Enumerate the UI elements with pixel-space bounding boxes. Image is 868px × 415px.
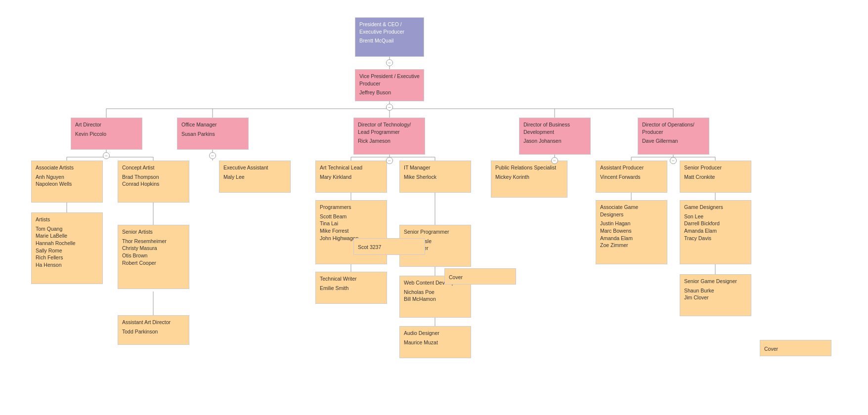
assoc-artists-title: Associate Artists <box>36 164 98 171</box>
node-senior-artists: Senior Artists Thor ResemheimerChristy M… <box>118 225 189 289</box>
node-ceo: President & CEO / Executive Producer Bre… <box>355 17 424 57</box>
senior-game-designer-name: Shaun BurkeJim Clover <box>684 287 747 301</box>
node-director-ops: Director of Operations/ Producer Dave Gi… <box>638 118 709 155</box>
cover-2-name: Cover <box>764 345 827 353</box>
node-director-biz: Director of Business Development Jason J… <box>519 118 591 155</box>
expand-circle-biz[interactable]: − <box>551 157 558 164</box>
artists-title: Artists <box>36 216 98 223</box>
node-cover-2: Cover <box>760 340 831 356</box>
office-manager-title: Office Manager <box>181 121 244 128</box>
senior-programmer-title: Senior Programmer <box>404 228 467 236</box>
node-vp: Vice President / Executive Producer Jeff… <box>355 69 424 101</box>
art-director-name: Kevin Piccolo <box>75 130 138 138</box>
senior-artists-name: Thor ResemheimerChristy MasuraOtis Brown… <box>122 238 185 267</box>
tech-writer-title: Technical Writer <box>320 275 383 283</box>
node-senior-producer: Senior Producer Matt Cronkite <box>680 161 751 193</box>
node-scot3237: Scot 3237 <box>353 238 425 255</box>
director-tech-title: Director of Technology/ Lead Programmer <box>358 121 421 135</box>
audio-designer-name: Maurice Muzat <box>404 339 467 346</box>
node-art-tech-lead: Art Technical Lead Mary Kirkland <box>315 161 387 193</box>
asst-art-director-title: Assistant Art Director <box>122 319 185 326</box>
node-tech-writer: Technical Writer Emilie Smith <box>315 272 387 304</box>
expand-circle-ops[interactable]: − <box>670 157 677 164</box>
node-cover-1: Cover <box>444 268 516 285</box>
director-tech-name: Rick Jameson <box>358 137 421 145</box>
node-assoc-game-designers: Associate Game Designers Justin HaganMar… <box>596 200 667 264</box>
audio-designer-title: Audio Designer <box>404 330 467 337</box>
expand-circle-ceo[interactable]: − <box>386 59 393 66</box>
vp-title: Vice President / Executive Producer <box>359 73 420 87</box>
node-concept-artist: Concept Artist Brad ThompsonConrad Hopki… <box>118 161 189 203</box>
game-designers-name: Son LeeDarrell BickfordAmanda ElamTracy … <box>684 213 747 242</box>
expand-circle-art[interactable]: − <box>103 152 110 159</box>
node-exec-assistant: Executive Assistant Maly Lee <box>219 161 291 193</box>
senior-producer-title: Senior Producer <box>684 164 747 171</box>
expand-circle-vp[interactable]: − <box>386 104 393 111</box>
assoc-game-designers-name: Justin HaganMarc BowensAmanda ElamZoe Zi… <box>600 220 663 249</box>
exec-assistant-name: Maly Lee <box>223 173 286 181</box>
asst-producer-title: Assistant Producer <box>600 164 663 171</box>
pr-specialist-title: Public Relations Specialist <box>495 164 563 171</box>
assoc-artists-name: Anh NguyenNapoleon Wells <box>36 173 98 188</box>
art-tech-lead-title: Art Technical Lead <box>320 164 383 171</box>
senior-producer-name: Matt Cronkite <box>684 173 747 181</box>
node-pr-specialist: Public Relations Specialist Mickey Korin… <box>491 161 567 198</box>
art-tech-lead-name: Mary Kirkland <box>320 173 383 181</box>
node-office-manager: Office Manager Susan Parkins <box>177 118 249 150</box>
node-game-designers: Game Designers Son LeeDarrell BickfordAm… <box>680 200 751 264</box>
director-ops-title: Director of Operations/ Producer <box>642 121 705 135</box>
node-art-director: Art Director Kevin Piccolo <box>71 118 142 150</box>
node-senior-game-designer: Senior Game Designer Shaun BurkeJim Clov… <box>680 274 751 316</box>
node-artists: Artists Tom QuangMarie LaBelleHannah Roc… <box>31 212 103 284</box>
ceo-name: Brentt McQuail <box>359 37 420 44</box>
web-content-name: Nicholas PoeBill McHamon <box>404 289 467 303</box>
tech-writer-name: Emilie Smith <box>320 285 383 292</box>
exec-assistant-title: Executive Assistant <box>223 164 286 171</box>
scot3237-name: Scot 3237 <box>358 244 421 251</box>
expand-circle-tech[interactable]: − <box>386 157 393 164</box>
artists-name: Tom QuangMarie LaBelleHannah RochelleSal… <box>36 225 98 269</box>
it-manager-title: IT Manager <box>404 164 467 171</box>
org-chart: President & CEO / Executive Producer Bre… <box>0 0 868 415</box>
node-director-tech: Director of Technology/ Lead Programmer … <box>353 118 425 155</box>
programmers-title: Programmers <box>320 204 383 211</box>
office-manager-name: Susan Parkins <box>181 130 244 138</box>
node-asst-producer: Assistant Producer Vincent Forwards <box>596 161 667 193</box>
assoc-game-designers-title: Associate Game Designers <box>600 204 663 218</box>
asst-producer-name: Vincent Forwards <box>600 173 663 181</box>
pr-specialist-name: Mickey Korinth <box>495 173 563 181</box>
asst-art-director-name: Todd Parkinson <box>122 328 185 335</box>
node-assoc-artists: Associate Artists Anh NguyenNapoleon Wel… <box>31 161 103 203</box>
cover-1-name: Cover <box>449 274 512 281</box>
concept-artist-name: Brad ThompsonConrad Hopkins <box>122 173 185 188</box>
senior-game-designer-title: Senior Game Designer <box>684 278 747 285</box>
director-biz-title: Director of Business Development <box>523 121 586 135</box>
concept-artist-title: Concept Artist <box>122 164 185 171</box>
director-ops-name: Dave Gillerman <box>642 137 705 145</box>
programmers-name: Scott BeamTina LaiMike ForrestJohn Highw… <box>320 213 383 242</box>
node-audio-designer: Audio Designer Maurice Muzat <box>399 326 471 358</box>
node-asst-art-director: Assistant Art Director Todd Parkinson <box>118 315 189 345</box>
art-director-title: Art Director <box>75 121 138 128</box>
ceo-title: President & CEO / Executive Producer <box>359 21 420 35</box>
node-it-manager: IT Manager Mike Sherlock <box>399 161 471 193</box>
vp-name: Jeffrey Buson <box>359 89 420 96</box>
senior-artists-title: Senior Artists <box>122 228 185 236</box>
director-biz-name: Jason Johansen <box>523 137 586 145</box>
expand-circle-office[interactable]: − <box>209 152 216 159</box>
it-manager-name: Mike Sherlock <box>404 173 467 181</box>
game-designers-title: Game Designers <box>684 204 747 211</box>
